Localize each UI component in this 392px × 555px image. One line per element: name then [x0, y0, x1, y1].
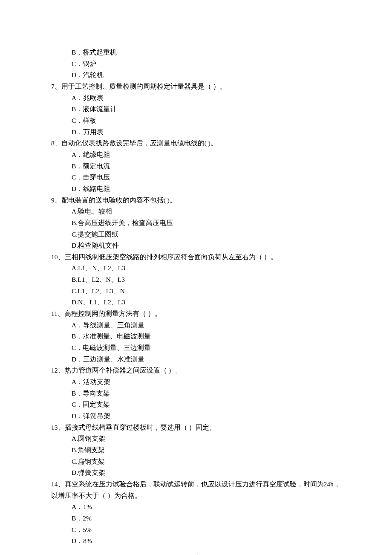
question-stem: 8、自动化仪表线路敷设完毕后，应测量电缆电线的( )。 — [51, 138, 341, 149]
page-footer: 第 2 页 共 12 页 — [0, 553, 392, 555]
option: A．兆欧表 — [51, 92, 341, 104]
option: C.提交施工图纸 — [51, 229, 341, 240]
option: D．三边测量、水准测量 — [51, 354, 341, 365]
option: C．锅炉 — [51, 58, 341, 70]
option: B．2% — [51, 513, 341, 524]
question-stem: 13、插接式母线槽垂直穿过楼板时，要选用（ ）固定。 — [51, 422, 341, 434]
question-stem: 9、配电装置的送电验收的内容不包括( )。 — [51, 195, 341, 206]
option: C．击穿电压 — [51, 172, 341, 183]
option: D．万用表 — [51, 127, 341, 138]
option: D.弹簧支架 — [51, 467, 341, 479]
option: C．5% — [51, 524, 341, 536]
option: D．线路电阻 — [51, 183, 341, 195]
option: B．液体流量计 — [51, 104, 341, 115]
option: B．导向支架 — [51, 388, 341, 399]
question-stem: 14、真空系统在压力试验合格后，联动试运转前，也应以设计压力进行真空度试验，时间… — [51, 479, 341, 501]
option: C.扁钢支架 — [51, 456, 341, 468]
option: D．8% — [51, 535, 341, 547]
option: D．汽轮机 — [51, 69, 341, 81]
option: B．水准测量、电磁波测量 — [51, 331, 341, 342]
option: D.N、L1、L2、L3 — [51, 297, 341, 308]
option: A．1% — [51, 501, 341, 513]
option: B．额定电流 — [51, 161, 341, 172]
option: D．弹簧吊架 — [51, 410, 341, 422]
option: B．桥式起重机 — [51, 47, 341, 58]
option: A．活动支架 — [51, 376, 341, 388]
option: C.L1、L2、L3、N — [51, 286, 341, 297]
question-stem: 7、用于工艺控制、质量检测的周期检定计量器具是（ ）。 — [51, 81, 341, 92]
option: C．样板 — [51, 115, 341, 127]
option: A．导线测量、三角测量 — [51, 320, 341, 331]
option: D.检查随机文件 — [51, 240, 341, 251]
question-stem: 11、高程控制网的测量方法有（ ）。 — [51, 308, 341, 320]
option: B.合高压进线开关，检查高压电压 — [51, 217, 341, 229]
option: A．绝缘电阻 — [51, 149, 341, 161]
option: B.角钢支架 — [51, 445, 341, 456]
option: C．电磁波测量、三边测量 — [51, 342, 341, 354]
page: B．桥式起重机 C．锅炉 D．汽轮机 7、用于工艺控制、质量检测的周期检定计量器… — [0, 0, 392, 555]
question-stem: 10、三相四线制低压架空线路的排列相序应符合面向负荷从左至右为（ ）。 — [51, 251, 341, 263]
option: A.验电、较相 — [51, 206, 341, 217]
option: A.L1、N、L2、L3 — [51, 263, 341, 274]
option: C．固定支架 — [51, 399, 341, 410]
option: B.L1、L2、N、L3 — [51, 274, 341, 286]
question-stem: 12、热力管道两个补偿器之间应设置（ ）。 — [51, 365, 341, 376]
option: A.圆钢支架 — [51, 433, 341, 445]
